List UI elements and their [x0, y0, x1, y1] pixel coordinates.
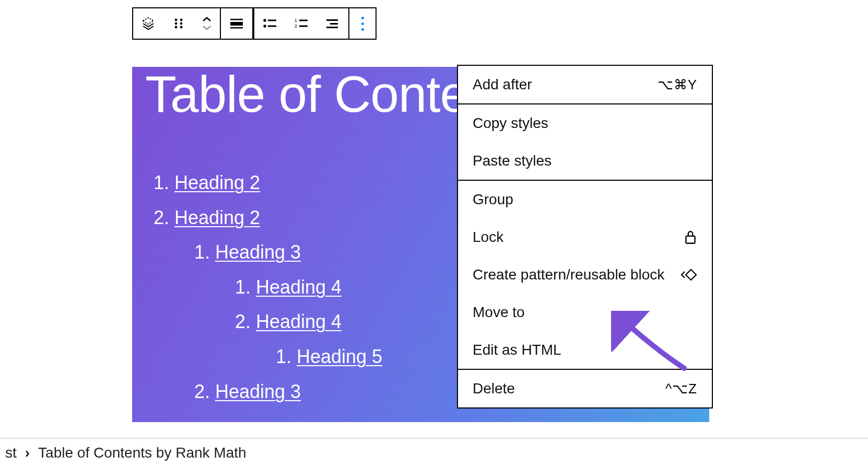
- block-context-menu: Add after ⌥⌘Y Copy styles Paste styles G…: [457, 65, 713, 408]
- toc-link[interactable]: Heading 3: [215, 241, 301, 263]
- toc-link[interactable]: Heading 2: [174, 207, 260, 228]
- menu-item-label: Create pattern/reusable block: [473, 266, 664, 283]
- svg-rect-12: [268, 26, 276, 27]
- svg-point-1: [180, 19, 183, 21]
- svg-rect-17: [326, 19, 338, 21]
- menu-item-label: Delete: [473, 380, 515, 397]
- breadcrumb-prefix[interactable]: st: [0, 445, 22, 461]
- svg-point-4: [175, 26, 178, 29]
- menu-item-label: Add after: [473, 76, 532, 93]
- breadcrumb: st › Table of Contents by Rank Math: [0, 438, 868, 467]
- menu-item-label: Paste styles: [473, 153, 552, 169]
- align-button[interactable]: [221, 8, 252, 39]
- pattern-icon: [681, 267, 697, 282]
- move-down-button[interactable]: [202, 25, 212, 30]
- svg-point-3: [180, 22, 183, 25]
- svg-rect-20: [686, 236, 695, 243]
- svg-rect-7: [230, 22, 243, 26]
- block-type-button[interactable]: [133, 8, 163, 39]
- block-type-icon: [140, 16, 156, 31]
- menu-item-label: Lock: [473, 229, 503, 246]
- menu-item-create-pattern[interactable]: Create pattern/reusable block: [458, 256, 712, 294]
- svg-rect-8: [230, 27, 243, 29]
- outline-list-button[interactable]: [317, 8, 348, 39]
- menu-shortcut: ⌥⌘Y: [658, 77, 697, 93]
- svg-point-9: [263, 19, 266, 21]
- toc-link[interactable]: Heading 4: [256, 276, 342, 298]
- svg-point-11: [263, 25, 266, 27]
- menu-item-group[interactable]: Group: [458, 181, 712, 218]
- svg-point-5: [180, 26, 183, 29]
- block-movers: [194, 8, 220, 39]
- menu-item-move-to[interactable]: Move to: [458, 294, 712, 331]
- more-options-icon: [361, 15, 364, 32]
- bullet-list-button[interactable]: [254, 8, 286, 39]
- menu-item-paste-styles[interactable]: Paste styles: [458, 142, 712, 180]
- menu-item-label: Group: [473, 191, 513, 208]
- toc-link[interactable]: Heading 2: [174, 172, 260, 193]
- svg-point-2: [175, 22, 178, 25]
- block-toolbar: 1 2: [132, 7, 377, 40]
- svg-rect-16: [299, 26, 308, 27]
- svg-rect-10: [268, 20, 276, 21]
- menu-item-add-after[interactable]: Add after ⌥⌘Y: [458, 66, 712, 103]
- svg-rect-6: [230, 19, 243, 20]
- align-icon: [229, 17, 244, 30]
- menu-item-label: Copy styles: [473, 115, 548, 132]
- menu-item-delete[interactable]: Delete ^⌥Z: [458, 370, 712, 407]
- list-style-group: 1 2: [253, 7, 349, 40]
- move-up-button[interactable]: [202, 17, 212, 22]
- breadcrumb-current[interactable]: Table of Contents by Rank Math: [33, 445, 251, 461]
- menu-item-label: Edit as HTML: [473, 342, 561, 358]
- drag-handle-button[interactable]: [163, 8, 194, 39]
- numbered-list-icon: 1 2: [294, 17, 309, 30]
- numbered-list-button[interactable]: 1 2: [286, 8, 317, 39]
- toc-link[interactable]: Heading 4: [256, 311, 342, 332]
- toc-link[interactable]: Heading 3: [215, 381, 301, 402]
- toc-link[interactable]: Heading 5: [297, 346, 382, 367]
- menu-item-edit-html[interactable]: Edit as HTML: [458, 331, 712, 369]
- svg-text:1: 1: [295, 18, 297, 23]
- more-options-button[interactable]: [349, 8, 376, 39]
- svg-point-0: [175, 19, 178, 21]
- svg-text:2: 2: [295, 24, 297, 29]
- menu-item-copy-styles[interactable]: Copy styles: [458, 104, 712, 142]
- svg-rect-18: [330, 23, 338, 25]
- outline-list-icon: [325, 17, 341, 30]
- drag-handle-icon: [173, 17, 184, 30]
- menu-item-label: Move to: [473, 304, 525, 321]
- svg-rect-14: [299, 20, 308, 21]
- lock-icon: [684, 229, 697, 245]
- menu-item-lock[interactable]: Lock: [458, 218, 712, 256]
- chevron-right-icon: ›: [22, 445, 33, 461]
- svg-rect-19: [326, 27, 338, 28]
- bullet-list-icon: [262, 17, 278, 30]
- menu-shortcut: ^⌥Z: [665, 381, 697, 397]
